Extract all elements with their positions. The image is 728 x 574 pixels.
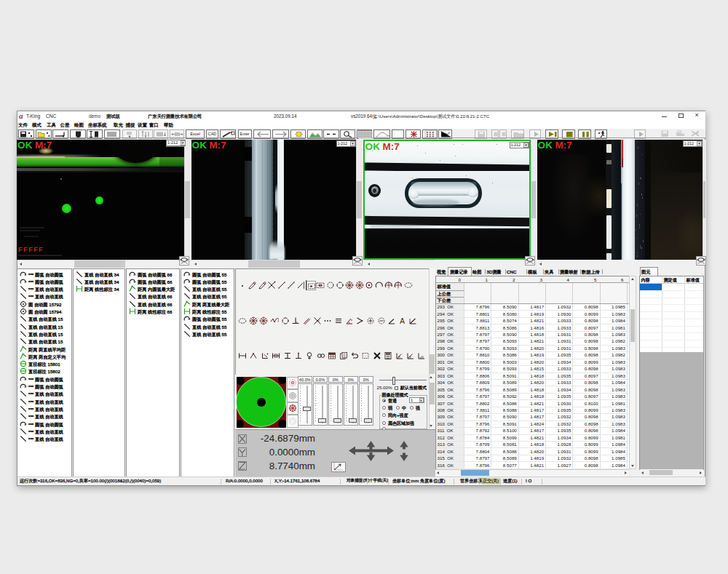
svg-text:x: x [398, 354, 400, 359]
svg-text:y: y [409, 354, 411, 359]
svg-text:A: A [400, 317, 405, 325]
svg-text:o: o [422, 354, 424, 358]
